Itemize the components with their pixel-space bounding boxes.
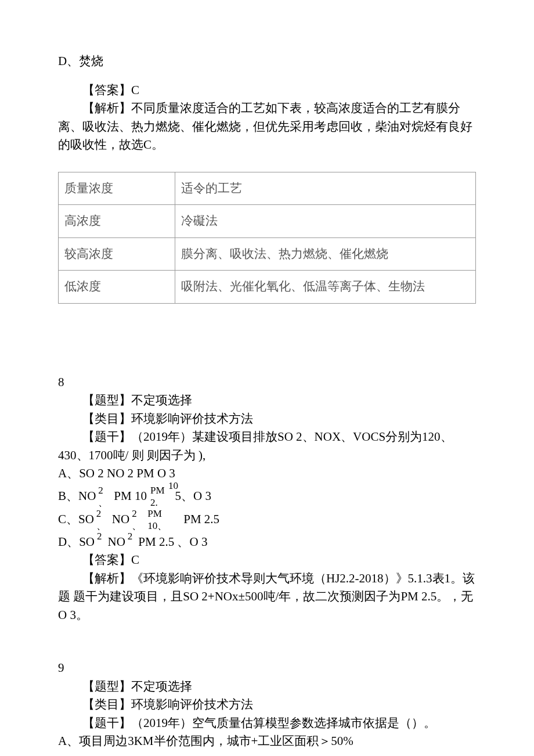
q8-option-c: C、SO 2 、 NO 2 、 PM 10、 PM 2.5 [58,510,476,530]
q8-type: 【题型】不定项选择 [58,391,476,410]
optd-sup2: 2 [128,529,133,544]
q7-answer: 【答案】C [58,81,476,100]
table-cell: 膜分离、吸收法、热力燃烧、催化燃烧 [175,237,476,271]
q9-option-a: A、项目周边3KM半价范围内，城市+工业区面积＞50% [58,732,476,751]
optd-no: NO [108,533,125,552]
optd-lead: D、SO [58,533,95,552]
table-cell: 较高浓度 [59,237,175,271]
optb-lead: B、NO [58,487,96,506]
table-row: 较高浓度 膜分离、吸收法、热力燃烧、催化燃烧 [59,237,476,271]
q9-stem: 【题干】（2019年）空气质量估算模型参数选择城市依据是（）。 [58,714,476,733]
table-cell: 低浓度 [59,271,175,304]
table-header-2: 适令的工艺 [175,172,476,205]
optb-tail: 5、O 3 [175,487,211,506]
q7-table: 质量浓度 适令的工艺 高浓度 冷礙法 较高浓度 膜分离、吸收法、热力燃烧、催化燃… [58,172,476,304]
table-cell: 高浓度 [59,205,175,238]
optb-sup1: 2 [98,485,108,495]
q8-number: 8 [58,373,476,392]
table-cell: 冷礙法 [175,205,476,238]
table-row: 质量浓度 适令的工艺 [59,172,476,205]
q8-option-b: B、NO 2 、 PM 10 PM 2. 5、O 3 [58,487,476,506]
q7-option-d: D、焚烧 [58,52,476,71]
q8-option-a-stray: 10 [168,478,178,494]
optd-sup1: 2 [97,529,102,544]
optc-sup1: 2 [96,509,106,519]
q8-category: 【类目】环境影响评价技术方法 [58,410,476,429]
q8-stem: 【题干】（2019年）某建设项目排放SO 2、NOX、VOCS分别为120、43… [58,428,476,465]
optb-pm10: PM 10 [114,487,147,506]
table-row: 低浓度 吸附法、光催化氧化、低温等离子体、生物法 [59,271,476,304]
optc-no: NO [112,510,129,529]
optc-pm: PM [147,509,167,519]
table-cell: 吸附法、光催化氧化、低温等离子体、生物法 [175,271,476,304]
optd-tail: PM 2.5 、O 3 [138,533,207,552]
q8-option-a: A、SO 2 NO 2 PM O 3 [58,465,476,483]
q8-answer: 【答案】C [58,551,476,570]
table-row: 高浓度 冷礙法 [59,205,476,238]
optc-sup2: 2 [132,509,142,519]
optc-10: 10、 [147,521,167,531]
q8-option-a-wrap: A、SO 2 NO 2 PM O 3 10 [58,465,476,483]
optc-tail: PM 2.5 [183,510,219,529]
q9-number: 9 [58,659,476,678]
optb-sub1: 、 [98,498,108,507]
optb-pmsub: 2. [150,498,165,507]
optb-pmsup: PM [150,485,165,495]
q7-analysis: 【解析】不同质量浓度适合的工艺如下表，较高浓度适合的工艺有膜分离、吸收法、热力燃… [58,99,476,154]
optc-sub2: 、 [132,521,142,531]
q9-type: 【题型】不定项选择 [58,678,476,696]
q9-category: 【类目】环境影响评价技术方法 [58,696,476,714]
q8-option-d: D、SO 2 NO 2 PM 2.5 、O 3 [58,533,476,552]
table-header-1: 质量浓度 [59,172,175,205]
optc-lead: C、SO [58,510,94,529]
q8-analysis: 【解析】《环境影响评价技术导则大气环境（HJ2.2-2018）》5.1.3表1。… [58,570,476,625]
